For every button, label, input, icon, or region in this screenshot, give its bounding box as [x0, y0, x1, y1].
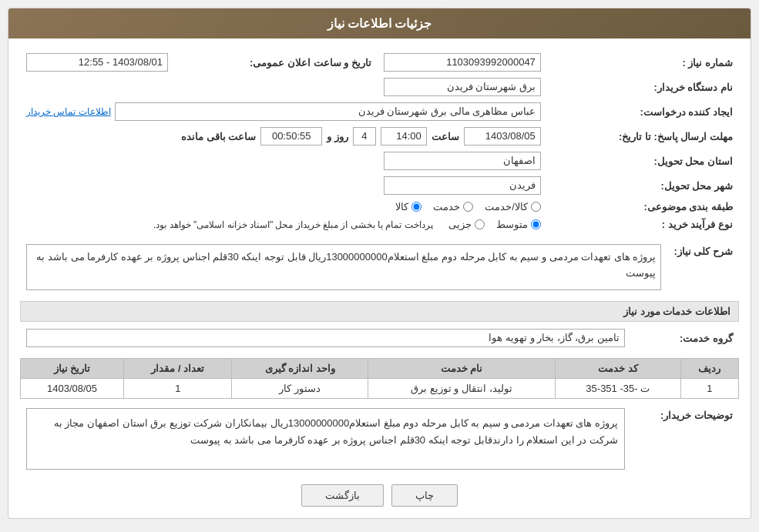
buyer-notes-value: پروژه های تعهدات مردمی و سیم به کابل مرح… — [26, 408, 625, 470]
category-option-khedmat[interactable]: خدمت — [433, 201, 473, 212]
category-label: طبقه بندی موضوعی: — [547, 198, 739, 216]
deadline-time: 14:00 — [381, 127, 427, 146]
process-option-jozei[interactable]: جزیی — [448, 219, 485, 230]
process-radio-motavasset[interactable] — [531, 219, 541, 229]
city-label: شهر محل تحویل: — [547, 173, 739, 198]
category-label-khedmat: خدمت — [433, 201, 460, 212]
service-group-value: تامین برق، گاز، بخار و تهویه هوا — [26, 329, 625, 347]
button-row: چاپ بازگشت — [20, 484, 739, 507]
buyer-notes-label: توضیحات خریدار: — [631, 405, 739, 473]
description-label: شرح کلی نیاز: — [667, 241, 739, 293]
category-option-kala[interactable]: کالا — [395, 201, 421, 212]
col-header-unit: واحد اندازه گیری — [232, 359, 368, 379]
page-title: جزئیات اطلاعات نیاز — [8, 8, 751, 38]
creator-value: عباس مظاهری مالی برق شهرستان فریدن — [115, 102, 541, 121]
deadline-time-label: ساعت — [432, 131, 459, 142]
process-radio-group: متوسط جزیی — [448, 219, 541, 230]
process-label-motavasset: متوسط — [496, 219, 528, 230]
need-number-value: 1103093992000047 — [384, 53, 541, 72]
category-radio-kala[interactable] — [411, 202, 421, 212]
table-row: 1 ت -35- 351-35 تولید، انتقال و توزیع بر… — [21, 379, 739, 399]
col-header-date: تاریخ نیاز — [21, 359, 124, 379]
cell-row-num: 1 — [680, 379, 738, 399]
print-button[interactable]: چاپ — [391, 484, 458, 507]
deadline-days: 4 — [353, 127, 376, 146]
province-value: اصفهان — [384, 152, 541, 170]
col-header-service-code: کد خدمت — [555, 359, 680, 379]
process-option-motavasset[interactable]: متوسط — [496, 219, 541, 230]
description-value: پروژه های تعهدات مردمی و سیم به کابل مرح… — [26, 244, 661, 290]
category-radio-kala-khedmat[interactable] — [531, 202, 541, 212]
deadline-label: مهلت ارسال پاسخ: تا تاریخ: — [547, 124, 739, 149]
process-radio-jozei[interactable] — [475, 219, 485, 229]
deadline-remaining-label: ساعت باقی مانده — [181, 131, 256, 142]
creator-label: ایجاد کننده درخواست: — [547, 99, 739, 124]
col-header-row-num: ردیف — [680, 359, 738, 379]
category-radio-group: کالا/خدمت خدمت کالا — [26, 201, 541, 212]
cell-service-name: تولید، انتقال و توزیع برق — [368, 379, 556, 399]
deadline-remaining: 00:50:55 — [260, 127, 322, 146]
cell-unit: دستور کار — [232, 379, 368, 399]
announce-date-value: 1403/08/01 - 12:55 — [26, 53, 168, 72]
category-label-kala: کالا — [395, 201, 408, 212]
deadline-days-label: روز و — [327, 131, 348, 142]
need-number-label: شماره نیاز : — [547, 50, 739, 75]
contact-link[interactable]: اطلاعات تماس خریدار — [26, 106, 111, 117]
back-button[interactable]: بازگشت — [301, 484, 384, 507]
process-label: نوع فرآیند خرید : — [547, 216, 739, 233]
cell-date: 1403/08/05 — [21, 379, 124, 399]
cell-service-code: ت -35- 351-35 — [555, 379, 680, 399]
services-table: ردیف کد خدمت نام خدمت واحد اندازه گیری ت… — [20, 358, 739, 399]
cell-quantity: 1 — [124, 379, 232, 399]
col-header-service-name: نام خدمت — [368, 359, 556, 379]
deadline-date: 1403/08/05 — [464, 127, 541, 146]
col-header-quantity: تعداد / مقدار — [124, 359, 232, 379]
services-section-header: اطلاعات خدمات مورد نیاز — [20, 301, 739, 322]
category-radio-khedmat[interactable] — [463, 202, 473, 212]
buyer-org-label: نام دستگاه خریدار: — [547, 75, 739, 99]
process-note: پرداخت تمام یا بخشی از مبلغ خریداز محل "… — [153, 219, 433, 230]
announce-date-label: تاریخ و ساعت اعلان عمومی: — [174, 50, 378, 75]
city-value: فریدن — [384, 176, 541, 195]
province-label: استان محل تحویل: — [547, 149, 739, 173]
process-label-jozei: جزیی — [448, 219, 472, 230]
category-label-kala-khedmat: کالا/خدمت — [485, 201, 528, 212]
category-option-kala-khedmat[interactable]: کالا/خدمت — [485, 201, 541, 212]
buyer-org-value: برق شهرستان فریدن — [384, 78, 541, 96]
service-group-label: گروه خدمت: — [631, 326, 739, 350]
